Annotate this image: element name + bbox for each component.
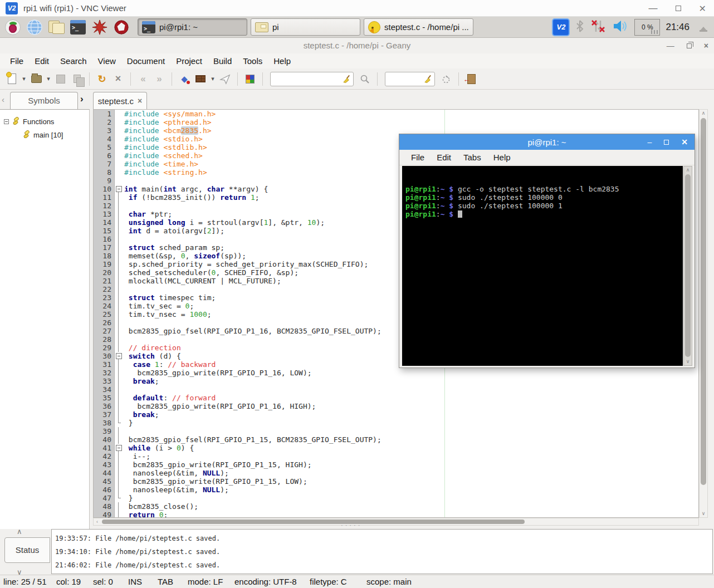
color-chooser-button[interactable]: [243, 72, 257, 86]
terminal-minimize-icon[interactable]: –: [647, 138, 652, 146]
open-file-button[interactable]: [29, 72, 43, 86]
search-input[interactable]: [273, 74, 334, 85]
message-tab-scroll-up-icon[interactable]: ∧: [17, 527, 22, 536]
tree-item-functions[interactable]: Functions: [4, 115, 89, 128]
mathematica-icon[interactable]: [91, 19, 108, 36]
tree-collapse-icon[interactable]: [4, 119, 9, 124]
status-filetype: filetype: C: [310, 576, 347, 587]
terminal-maximize-icon[interactable]: [664, 140, 669, 145]
status-messages-panel[interactable]: 19:33:57: File /home/pi/steptest.c saved…: [51, 529, 713, 574]
cpu-meter[interactable]: 0 %: [634, 19, 660, 36]
method-icon: [12, 117, 20, 126]
run-button[interactable]: [218, 72, 232, 86]
new-file-button[interactable]: [4, 72, 19, 86]
build-dropdown-icon[interactable]: ▾: [209, 75, 216, 82]
sidebar-tab-scroll-left-icon[interactable]: ‹: [2, 95, 4, 104]
goto-line-input[interactable]: [388, 74, 420, 85]
terminal-menu-file[interactable]: File: [405, 153, 431, 162]
code-line: 48 bcm2835_close();: [94, 502, 698, 511]
menu-tools[interactable]: Tools: [237, 56, 268, 66]
menu-help[interactable]: Help: [268, 56, 296, 66]
vnc-tray-icon[interactable]: V2: [552, 18, 570, 36]
wolfram-icon[interactable]: [113, 19, 130, 36]
menu-search[interactable]: Search: [55, 56, 92, 66]
taskbar-button-geany[interactable]: steptest.c - /home/pi ...: [364, 18, 473, 36]
geany-close-icon[interactable]: ×: [704, 38, 708, 53]
nav-back-button[interactable]: «: [136, 72, 150, 86]
save-all-button[interactable]: [70, 72, 84, 86]
editor-hscrollbar[interactable]: ‹: [93, 518, 699, 526]
menu-view[interactable]: View: [92, 56, 121, 66]
menu-project[interactable]: Project: [170, 56, 208, 66]
quit-button[interactable]: [464, 72, 478, 86]
message-window: ∧ Status ∨ 19:33:57: File /home/pi/stept…: [0, 529, 714, 575]
file-manager-icon[interactable]: [48, 19, 65, 36]
menu-edit[interactable]: Edit: [29, 56, 55, 66]
editor-tab-steptest[interactable]: steptest.c ×: [93, 92, 147, 109]
compile-button[interactable]: ◆: [177, 72, 192, 86]
code-line: 33 break;: [94, 377, 698, 385]
build-button[interactable]: [193, 72, 208, 86]
tab-close-icon[interactable]: ×: [138, 96, 142, 105]
nav-forward-button[interactable]: »: [152, 72, 167, 86]
goto-line-entry[interactable]: [385, 72, 435, 86]
geany-restore-icon[interactable]: [687, 43, 692, 48]
scroll-left-icon[interactable]: ‹: [94, 518, 101, 525]
terminal-menu-help[interactable]: Help: [487, 153, 517, 162]
web-browser-icon[interactable]: [26, 19, 43, 36]
splitter-handle[interactable]: ·····: [341, 522, 362, 528]
terminal-menu-tabs[interactable]: Tabs: [457, 153, 487, 162]
goto-line-button[interactable]: [439, 72, 453, 86]
terminal-close-icon[interactable]: ✕: [681, 138, 688, 146]
message-tab-status[interactable]: Status: [4, 537, 50, 563]
bluetooth-icon[interactable]: [575, 19, 584, 35]
scroll-up-icon[interactable]: ∧: [700, 110, 707, 117]
terminal-scrollbar[interactable]: ∧ ∨: [683, 166, 692, 366]
status-tab[interactable]: TAB: [158, 576, 173, 587]
eject-icon[interactable]: [698, 23, 708, 32]
scroll-down-icon[interactable]: ∨: [700, 510, 707, 517]
close-file-button[interactable]: ×: [111, 72, 125, 86]
minimize-icon[interactable]: —: [649, 3, 658, 13]
code-line: 2#include <pthread.h>: [94, 118, 698, 126]
open-file-dropdown-icon[interactable]: ▾: [45, 75, 52, 82]
menu-raspberry-icon[interactable]: [4, 19, 21, 36]
taskbar-button-filemanager[interactable]: pi: [251, 18, 360, 36]
code-line: 37 break;: [94, 410, 698, 419]
tree-item-main[interactable]: main [10]: [22, 128, 89, 141]
network-disconnected-icon[interactable]: [590, 18, 607, 36]
sidebar-tab-symbols[interactable]: Symbols: [10, 92, 78, 109]
status-ins[interactable]: INS: [128, 576, 142, 587]
vscrollbar-thumb[interactable]: [701, 118, 706, 485]
hscrollbar-thumb[interactable]: [102, 520, 525, 524]
menu-build[interactable]: Build: [208, 56, 237, 66]
terminal-titlebar[interactable]: pi@rpi1: ~ – ✕: [399, 134, 695, 150]
maximize-icon[interactable]: [676, 6, 681, 11]
sidebar-tab-scroll-right-icon[interactable]: ›: [80, 94, 84, 105]
geany-window-title: steptest.c - /home/pi - Geany: [304, 41, 411, 50]
terminal-scroll-down-icon[interactable]: ∨: [684, 358, 692, 365]
status-encoding: encoding: UTF-8: [234, 576, 297, 587]
close-icon[interactable]: ✕: [699, 3, 706, 14]
taskbar-button-terminal[interactable]: pi@rpi1: ~: [138, 18, 247, 36]
terminal-scrollbar-thumb[interactable]: [685, 174, 691, 357]
code-line: 49 return 0;: [94, 511, 698, 518]
search-entry[interactable]: [270, 72, 354, 86]
menu-document[interactable]: Document: [121, 56, 170, 66]
new-file-dropdown-icon[interactable]: ▾: [21, 75, 27, 82]
revert-button[interactable]: ↻: [95, 72, 109, 86]
find-button[interactable]: [358, 72, 372, 86]
clear-search-icon[interactable]: [343, 75, 351, 86]
save-button[interactable]: [53, 72, 68, 86]
volume-icon[interactable]: [612, 19, 629, 36]
terminal-menu-edit[interactable]: Edit: [431, 153, 457, 162]
terminal-launcher-icon[interactable]: [70, 19, 86, 36]
terminal-console[interactable]: pi@rpi1:~ $ gcc -o steptest steptest.c -…: [402, 166, 683, 366]
geany-minimize-icon[interactable]: —: [667, 38, 674, 53]
terminal-scroll-up-icon[interactable]: ∧: [684, 166, 692, 174]
menu-file[interactable]: File: [4, 56, 29, 66]
tree-item-label: Functions: [23, 117, 54, 126]
editor-vscrollbar[interactable]: ∧ ∨: [699, 109, 708, 518]
clear-goto-icon[interactable]: [424, 75, 432, 86]
clock[interactable]: 21:46: [666, 22, 689, 33]
